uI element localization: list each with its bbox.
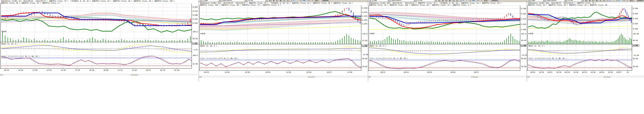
chart-plot: 9,6409,6109,5809,5509,520190.065.00× 100… bbox=[0, 0, 198, 82]
volume-section-label: 出来高 bbox=[200, 32, 205, 35]
time-axis-label: 04/25 bbox=[204, 71, 209, 73]
price-axis-tick: 9,700 bbox=[633, 8, 638, 9]
stochastics-section-label: スロー・ストキャスティクス( 14, 3, 80, 20 ) bbox=[528, 57, 566, 59]
horizontal-scrollbar[interactable]: ◄ bbox=[527, 76, 644, 77]
chart-plot: 9,7009,6359,5709,5059,440165.060.00× 100… bbox=[368, 0, 527, 82]
chart-panel-30min: ▼ 先物▼ 日経225mini▼ 12/06▼ 足 ◢ 日 週 月 分 T 分 … bbox=[368, 0, 527, 82]
price-axis-tick: 9,440 bbox=[521, 29, 526, 31]
horizontal-scrollbar[interactable]: ◄ bbox=[368, 76, 526, 77]
price-axis-tick: 9,505 bbox=[521, 23, 526, 25]
time-axis-label: 12:00 bbox=[286, 71, 291, 73]
time-axis-label: 04/24 bbox=[565, 71, 570, 73]
macd-section-label: MACD( 12, 26, 9 ) bbox=[528, 45, 545, 47]
chart-panel-15min: ▼ 先物▼ 日経225mini▼ 12/06▼ 足 ◢ 日 週 月 分 T 分 … bbox=[198, 0, 368, 82]
horizontal-scrollbar[interactable]: ◄ bbox=[199, 76, 368, 77]
time-axis-label: 20:00 bbox=[306, 71, 311, 73]
time-axis-label: 16:30 bbox=[591, 71, 596, 73]
volume-axis-tick: 60.00 bbox=[633, 40, 638, 41]
horizontal-scrollbar[interactable]: ◄ bbox=[0, 74, 198, 75]
price-axis-tick: 9,570 bbox=[521, 18, 526, 20]
chart-plot: 9,7009,6359,5709,5059,440165.0060.00× 10… bbox=[527, 0, 644, 82]
stochastics-axis-tick: 35.00 bbox=[193, 63, 198, 65]
macd-section-label: MACD( 12, 26, 9 ) bbox=[370, 45, 386, 47]
time-axis-label: 04/27 bbox=[146, 69, 151, 71]
time-axis-label: 14:40 bbox=[61, 69, 66, 71]
time-axis-label: 04/27 bbox=[616, 71, 622, 73]
time-axis-label: 09:20 bbox=[4, 69, 9, 71]
macd-axis-tick: 11.00 bbox=[193, 43, 198, 45]
time-axis-label: 20:00 bbox=[104, 69, 108, 71]
price-axis-tick: 9,580 bbox=[193, 14, 198, 16]
chart-panel-60min: ▼ 先物▼ 日経225mini▼ 12/06▼ 足 ◢ 日 週 月 分 T 分 … bbox=[527, 0, 644, 82]
price-axis-tick: 9,550 bbox=[193, 18, 198, 20]
time-axis-label: 12:00 bbox=[348, 71, 352, 73]
stochastics-section-label: スロー・ストキャスティクス( 14, 3, 80, 20 ) bbox=[2, 55, 39, 57]
stochastics-axis-tick: 30.00 bbox=[362, 66, 367, 67]
time-axis-label: 10 bbox=[627, 71, 628, 73]
time-axis-label: 04/20 bbox=[530, 71, 535, 73]
stochastics-axis-tick: 90.00 bbox=[362, 58, 367, 60]
chart-plot: 9,7009,6459,5959,5459,495155.055.00× 100… bbox=[199, 0, 368, 82]
stochastics-section-label: スロー・ストキャスティクス( 14, 3, 80, 20 ) bbox=[370, 57, 408, 59]
stochastics-axis-tick: 90.00 bbox=[633, 58, 638, 60]
price-axis-tick: 9,545 bbox=[362, 19, 367, 21]
scroll-left-icon[interactable]: ◄ bbox=[199, 76, 202, 78]
time-axis-label: 04/26 bbox=[599, 71, 604, 73]
macd-axis-tick: 25.00 bbox=[633, 45, 638, 47]
time-axis-label: 04/24 bbox=[404, 71, 409, 73]
scrollbar-thumb[interactable] bbox=[308, 76, 315, 78]
volume-axis-tick: 60.00 bbox=[521, 40, 526, 41]
macd-axis-tick: -2.50 bbox=[193, 49, 198, 51]
price-axis-tick: 9,610 bbox=[193, 10, 198, 12]
stochastics-section-label: スロー・ストキャスティクス( 14, 3, 80, 20 ) bbox=[200, 57, 238, 59]
time-axis-label: 04/27 bbox=[474, 71, 479, 73]
time-axis-label: 21:20 bbox=[118, 69, 122, 71]
time-axis-label: 12:00 bbox=[224, 71, 230, 73]
scroll-left-icon[interactable]: ◄ bbox=[527, 76, 530, 78]
time-axis-label: 22:40 bbox=[132, 69, 136, 71]
time-axis-label: 18:40 bbox=[89, 69, 94, 71]
scrollbar-thumb[interactable] bbox=[131, 74, 138, 76]
scrollbar-thumb[interactable] bbox=[603, 76, 610, 78]
price-axis-tick: 9,440 bbox=[633, 28, 638, 30]
time-axis-label: 04/25 bbox=[582, 71, 587, 73]
volume-axis-tick: 165.00 bbox=[633, 33, 639, 35]
volume-section-label: 出来高 bbox=[2, 30, 6, 33]
volume-axis-tick: 165.0 bbox=[521, 33, 526, 35]
price-axis-tick: 9,645 bbox=[362, 11, 367, 13]
time-axis-label: 12:00 bbox=[32, 69, 37, 71]
time-axis-label: 04/26 bbox=[450, 71, 456, 73]
price-axis-tick: 9,520 bbox=[193, 22, 198, 24]
volume-axis-tick: 190.0 bbox=[193, 31, 198, 33]
time-axis-label: 16:30 bbox=[556, 71, 561, 73]
scroll-left-icon[interactable]: ◄ bbox=[368, 76, 371, 78]
time-axis-label: 02:40 bbox=[174, 69, 179, 71]
time-axis-label: 04/27 bbox=[327, 71, 332, 73]
price-axis-tick: 9,635 bbox=[633, 13, 638, 15]
time-axis-label: 04/23 bbox=[380, 71, 385, 73]
stochastics-axis-tick: 30.00 bbox=[521, 66, 526, 67]
scroll-left-icon[interactable]: ◄ bbox=[0, 74, 3, 76]
stochastics-axis-tick: 30.00 bbox=[633, 66, 638, 67]
volume-axis-tick: 65.00 bbox=[193, 38, 198, 40]
time-axis-label: 16:30 bbox=[608, 71, 613, 73]
price-axis-tick: 9,635 bbox=[521, 13, 526, 15]
price-axis-tick: 9,595 bbox=[362, 15, 367, 17]
volume-section-label: 出来高 bbox=[528, 32, 533, 35]
price-axis-tick: 9,570 bbox=[633, 18, 638, 20]
volume-section-label: 出来高 bbox=[370, 32, 374, 35]
macd-axis-tick: -25.00 bbox=[633, 55, 639, 57]
time-axis-label: 13:20 bbox=[47, 69, 52, 71]
stochastics-axis-tick: 90.00 bbox=[521, 58, 526, 60]
scrollbar-thumb[interactable] bbox=[471, 76, 478, 78]
price-axis-tick: 9,495 bbox=[362, 23, 367, 25]
macd-section-label: MACD( 12, 26, 9 ) bbox=[200, 45, 217, 47]
price-axis-tick: 9,700 bbox=[521, 8, 526, 10]
stochastics-axis-tick: 100.0 bbox=[193, 55, 198, 57]
trading-app-multi-chart: { "toolbar": { "combo_market": "先物", "co… bbox=[0, 0, 644, 114]
volume-axis-tick: 55.00 bbox=[362, 40, 367, 42]
time-axis-label: 10:40 bbox=[18, 69, 23, 71]
time-axis-label: 01:20 bbox=[160, 69, 165, 71]
macd-axis-tick: -15.00 bbox=[362, 54, 368, 56]
price-axis-tick: 9,505 bbox=[633, 23, 638, 25]
